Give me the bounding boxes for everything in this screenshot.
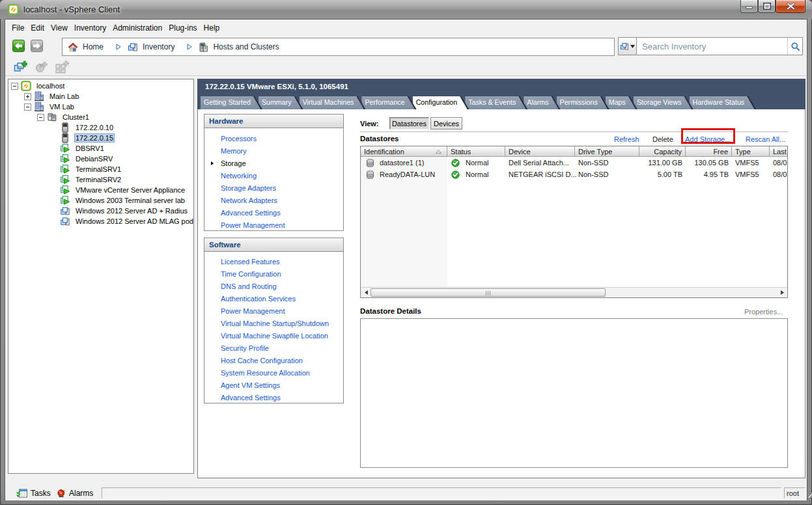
menu-administration[interactable]: Administration: [109, 21, 165, 34]
tree-item-172-22-0-10[interactable]: 172.22.0.10: [8, 122, 193, 133]
software-item-licensed-features[interactable]: Licensed Features: [204, 255, 343, 267]
tab-tasks-events[interactable]: Tasks & Events: [465, 96, 527, 109]
search-input[interactable]: [637, 38, 787, 55]
hardware-item-memory[interactable]: Memory: [204, 144, 343, 157]
tab-summary[interactable]: Summary: [259, 96, 303, 109]
menu-view[interactable]: View: [48, 21, 71, 34]
resize-grip[interactable]: [807, 488, 812, 498]
software-item-system-resource-allocation[interactable]: System Resource Allocation: [204, 366, 343, 379]
scrollbar-thumb[interactable]: [371, 288, 606, 297]
software-item-advanced-settings[interactable]: Advanced Settings: [204, 391, 343, 403]
alarms-button[interactable]: Alarms: [57, 487, 93, 499]
tab-virtual-machines[interactable]: Virtual Machines: [300, 96, 366, 109]
datastore-icon: [365, 170, 375, 180]
delete-link[interactable]: Delete: [652, 135, 673, 143]
hardware-item-networking[interactable]: Networking: [204, 169, 343, 182]
software-item-agent-vm-settings[interactable]: Agent VM Settings: [204, 379, 343, 391]
new-vm-grid-icon[interactable]: [55, 61, 68, 74]
tree-item-terminalsrv2[interactable]: TerminalSRV2: [8, 174, 193, 185]
software-item-host-cache-configuration[interactable]: Host Cache Configuration: [204, 354, 343, 366]
scroll-left-arrow[interactable]: [361, 288, 371, 297]
tree-item-terminalsrv1[interactable]: TerminalSRV1: [8, 164, 193, 174]
tree-toggle[interactable]: [37, 114, 44, 121]
tab-permissions[interactable]: Permissions: [557, 96, 609, 109]
search-icon[interactable]: [787, 38, 802, 55]
back-button[interactable]: [12, 40, 25, 52]
tree-item-vmware-vcenter-server-appliance[interactable]: VMware vCenter Server Appliance: [8, 185, 193, 195]
software-item-virtual-machine-swapfile-location[interactable]: Virtual Machine Swapfile Location: [204, 329, 343, 342]
tree-item-cluster1[interactable]: Cluster1: [8, 112, 193, 122]
tree-item-debiansrv[interactable]: DebianSRV: [8, 154, 193, 164]
tree-item-dbsrv1[interactable]: DBSRV1: [8, 143, 193, 154]
column-header-drive-type[interactable]: Drive Type: [575, 146, 639, 157]
view-datastores-button[interactable]: Datastores: [389, 117, 429, 130]
software-item-dns-and-routing[interactable]: DNS and Routing: [204, 280, 343, 292]
datastore-row-datastore1-1-[interactable]: datastore1 (1)NormalDell Serial Attach..…: [361, 157, 788, 169]
tab-hardware-status[interactable]: Hardware Status: [690, 96, 757, 109]
status-ok-icon: [451, 159, 460, 167]
tree-toggle[interactable]: [11, 83, 18, 90]
column-header-status[interactable]: Status: [447, 146, 505, 157]
software-item-power-management[interactable]: Power Management: [204, 305, 343, 317]
host-icon: [60, 122, 70, 133]
breadcrumb-hosts-and-clusters[interactable]: Hosts and Clusters: [199, 42, 303, 52]
software-item-virtual-machine-startup-shutdown[interactable]: Virtual Machine Startup/Shutdown: [204, 317, 343, 329]
rescan-all-link[interactable]: Rescan All...: [746, 135, 785, 143]
tab-storage-views[interactable]: Storage Views: [634, 96, 693, 109]
menu-inventory[interactable]: Inventory: [71, 21, 109, 34]
title-bar[interactable]: localhost - vSphere Client: [0, 0, 812, 19]
tab-maps[interactable]: Maps: [606, 96, 637, 109]
tree-toggle[interactable]: [24, 103, 31, 111]
tree-item-172-22-0-15[interactable]: 172.22.0.15: [8, 133, 193, 143]
hardware-item-processors[interactable]: Processors: [204, 132, 343, 144]
column-header-free[interactable]: Free: [686, 146, 732, 157]
software-item-authentication-services[interactable]: Authentication Services: [204, 292, 343, 305]
datastore-row-readydata-lun[interactable]: ReadyDATA-LUNNormalNETGEAR iSCSI D...Non…: [361, 169, 788, 180]
cell-drive_type: Non-SSD: [578, 171, 608, 178]
column-header-capacity[interactable]: Capacity: [639, 146, 686, 157]
horizontal-scrollbar[interactable]: [361, 287, 787, 297]
hardware-item-advanced-settings[interactable]: Advanced Settings: [204, 206, 343, 219]
add-entity-icon[interactable]: [14, 61, 27, 74]
tab-configuration[interactable]: Configuration: [413, 96, 469, 109]
view-devices-button[interactable]: Devices: [430, 117, 462, 130]
software-item-security-profile[interactable]: Security Profile: [204, 342, 343, 354]
column-header-device[interactable]: Device: [505, 146, 575, 157]
scroll-right-arrow[interactable]: [777, 288, 787, 297]
forward-button[interactable]: [31, 40, 43, 52]
search-scope-dropdown[interactable]: [618, 37, 637, 55]
tree-toggle[interactable]: [24, 93, 31, 100]
menu-edit[interactable]: Edit: [27, 21, 48, 34]
new-scheduled-task-icon[interactable]: [35, 61, 48, 74]
tab-getting-started[interactable]: Getting Started: [201, 96, 262, 109]
tab-alarms[interactable]: Alarms: [524, 96, 560, 109]
breadcrumb-inventory[interactable]: Inventory: [128, 42, 199, 52]
cell-device: NETGEAR iSCSI D...: [509, 171, 577, 178]
hardware-item-power-management[interactable]: Power Management: [204, 219, 343, 231]
tree-item-windows-2012-server-ad-mlag-pod[interactable]: Windows 2012 Server AD MLAG pod: [8, 216, 193, 226]
tasks-button[interactable]: Tasks: [16, 487, 51, 499]
breadcrumb-home[interactable]: Home: [68, 42, 128, 52]
close-button[interactable]: [776, 0, 805, 13]
column-header-identification[interactable]: Identification: [361, 146, 447, 157]
tree-item-main-lab[interactable]: Main Lab: [8, 91, 193, 102]
tree-item-localhost[interactable]: localhost: [8, 81, 193, 91]
hardware-item-storage-adapters[interactable]: Storage Adapters: [204, 182, 343, 194]
column-header-type[interactable]: Type: [732, 146, 770, 157]
tree-item-windows-2003-terminal-server-lab[interactable]: Windows 2003 Terminal server lab: [8, 195, 193, 206]
software-item-time-configuration[interactable]: Time Configuration: [204, 267, 343, 280]
refresh-link[interactable]: Refresh: [614, 135, 639, 143]
tab-performance[interactable]: Performance: [361, 96, 416, 109]
status-field: [102, 487, 781, 498]
minimize-button[interactable]: [740, 0, 758, 13]
tree-item-vm-lab[interactable]: VM Lab: [8, 102, 193, 112]
maximize-button[interactable]: [758, 0, 776, 13]
menu-help[interactable]: Help: [201, 21, 223, 34]
hardware-item-network-adapters[interactable]: Network Adapters: [204, 194, 343, 206]
hardware-item-storage[interactable]: Storage: [204, 157, 343, 169]
properties-link[interactable]: Properties...: [744, 308, 783, 316]
column-header-last[interactable]: Last: [770, 146, 788, 157]
menu-file[interactable]: File: [8, 21, 27, 34]
menu-plug-ins[interactable]: Plug-ins: [165, 21, 200, 34]
tree-item-windows-2012-server-ad-radius[interactable]: Windows 2012 Server AD + Radius: [8, 206, 193, 216]
